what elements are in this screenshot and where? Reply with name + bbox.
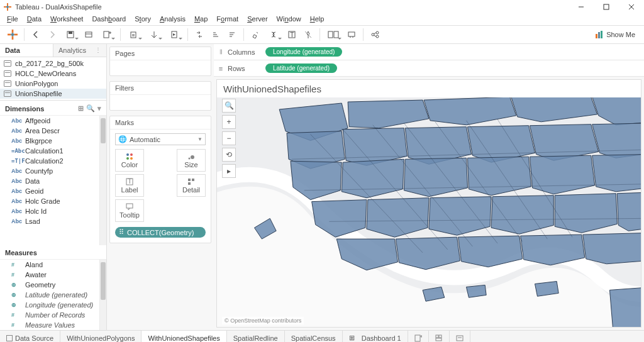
fit-button[interactable] xyxy=(324,27,343,42)
field-item[interactable]: #Aland xyxy=(0,260,99,270)
swap-button[interactable] xyxy=(192,27,207,42)
field-item[interactable]: AbcGeoid xyxy=(0,186,99,196)
analytics-tab[interactable]: Analytics⋮ xyxy=(53,44,106,57)
group-button[interactable] xyxy=(264,27,283,42)
zoom-out-button[interactable]: − xyxy=(222,131,236,145)
datasource-item[interactable]: UnionPolygon xyxy=(0,79,106,89)
map-search-button[interactable]: 🔍 xyxy=(222,99,236,113)
svg-point-50 xyxy=(126,153,129,156)
new-worksheet-tab[interactable] xyxy=(408,331,429,342)
presentation-button[interactable] xyxy=(344,27,359,42)
new-datasource-button[interactable] xyxy=(81,27,96,42)
field-item[interactable]: ⊕Geometry xyxy=(0,280,99,290)
show-me-button[interactable]: Show Me xyxy=(591,30,639,39)
dashboard-tab[interactable]: ⊞ Dashboard 1 xyxy=(343,331,408,342)
menu-window[interactable]: Window xyxy=(272,15,306,23)
map-tools-button[interactable]: ▸ xyxy=(222,164,236,178)
minimize-button[interactable] xyxy=(569,0,594,14)
field-item[interactable]: #Awater xyxy=(0,270,99,280)
field-item[interactable]: =AbcCalculation1 xyxy=(0,146,99,156)
new-dashboard-tab[interactable] xyxy=(429,331,450,342)
zoom-in-button[interactable]: + xyxy=(222,115,236,129)
datasource-item[interactable]: UnionShapefile xyxy=(0,89,106,99)
save-button[interactable] xyxy=(61,27,80,42)
field-item[interactable]: AbcHolc Id xyxy=(0,206,99,216)
rows-pill[interactable]: Latitude (generated) xyxy=(265,63,337,73)
field-item[interactable]: AbcArea Descr xyxy=(0,126,99,136)
sheet-tab[interactable]: SpatialRedline xyxy=(227,331,285,342)
viz-title[interactable]: WithUnionedShapefiles xyxy=(223,84,321,94)
field-type-icon: Abc xyxy=(11,208,21,214)
back-button[interactable] xyxy=(28,27,43,42)
view-icon[interactable]: ⊞ xyxy=(78,104,84,113)
field-item[interactable]: AbcData xyxy=(0,176,99,186)
marks-detail-button[interactable]: Detail xyxy=(177,174,206,197)
svg-rect-23 xyxy=(131,32,136,38)
field-item[interactable]: #Number of Records xyxy=(0,310,99,320)
highlight-button[interactable] xyxy=(248,27,263,42)
tableau-icon[interactable] xyxy=(5,27,20,42)
svg-rect-18 xyxy=(86,32,92,37)
sort-desc-button[interactable] xyxy=(225,27,240,42)
menu-map[interactable]: Map xyxy=(190,15,212,23)
field-item[interactable]: AbcHolc Grade xyxy=(0,196,99,206)
tab-menu-icon[interactable]: ⋮ xyxy=(95,47,101,53)
rows-shelf[interactable]: ≡ Rows Latitude (generated) xyxy=(214,60,644,77)
text-button[interactable]: T xyxy=(284,27,299,42)
menu-worksheet[interactable]: Worksheet xyxy=(46,15,87,23)
field-item[interactable]: AbcLsad xyxy=(0,216,99,226)
zoom-home-button[interactable]: ⟲ xyxy=(222,148,236,162)
menu-help[interactable]: Help xyxy=(306,15,329,23)
forward-button[interactable] xyxy=(45,27,60,42)
dimensions-scrollbar[interactable] xyxy=(99,116,106,245)
autoupdate-button[interactable] xyxy=(145,27,164,42)
clear-button[interactable] xyxy=(125,27,143,42)
field-item[interactable]: =T|FCalculation2 xyxy=(0,156,99,166)
marks-tooltip-button[interactable]: Tooltip xyxy=(115,199,144,222)
marks-header: Marks xyxy=(110,116,211,130)
field-item[interactable]: ⊕Latitude (generated) xyxy=(0,290,99,300)
run-button[interactable] xyxy=(165,27,184,42)
datasource-item[interactable]: HOLC_NewOrleans xyxy=(0,69,106,79)
pin-button[interactable] xyxy=(301,27,316,42)
sheet-tab[interactable]: WithUnionedShapefiles xyxy=(142,331,226,342)
new-worksheet-button[interactable] xyxy=(97,27,116,42)
share-button[interactable] xyxy=(367,27,382,42)
svg-rect-59 xyxy=(192,179,194,181)
menu-icon[interactable]: ▾ xyxy=(97,104,101,113)
field-item[interactable]: #Measure Values xyxy=(0,320,99,330)
pages-card[interactable]: Pages xyxy=(109,47,211,76)
new-story-tab[interactable] xyxy=(450,331,470,342)
marks-label-button[interactable]: TLabel xyxy=(115,174,144,197)
field-item[interactable]: AbcBlkgrpce xyxy=(0,136,99,146)
menu-analysis[interactable]: Analysis xyxy=(155,15,190,23)
datasource-item[interactable]: cb_2017_22_bg_500k xyxy=(0,58,106,69)
marks-pill[interactable]: ⠿COLLECT(Geometry) xyxy=(115,227,206,238)
menu-server[interactable]: Server xyxy=(243,15,272,23)
columns-pill[interactable]: Longitude (generated) xyxy=(265,47,342,57)
field-item[interactable]: AbcAffgeoid xyxy=(0,116,99,126)
menu-format[interactable]: Format xyxy=(212,15,243,23)
menu-file[interactable]: File xyxy=(3,15,23,23)
field-type-icon: # xyxy=(11,272,21,278)
filters-card[interactable]: Filters xyxy=(109,81,211,111)
menu-data[interactable]: Data xyxy=(23,15,46,23)
sheet-tab[interactable]: WithUnionedPolygons xyxy=(60,331,142,342)
close-button[interactable] xyxy=(619,0,644,14)
field-item[interactable]: AbcCountyfp xyxy=(0,166,99,176)
menu-dashboard[interactable]: Dashboard xyxy=(87,15,130,23)
data-tab[interactable]: Data xyxy=(0,44,53,57)
columns-shelf[interactable]: ⦀ Columns Longitude (generated) xyxy=(214,44,644,60)
menu-story[interactable]: Story xyxy=(130,15,155,23)
sheet-tab[interactable]: SpatialCensus xyxy=(285,331,343,342)
search-icon[interactable]: 🔍 xyxy=(86,104,95,113)
field-item[interactable]: ⊕Longitude (generated) xyxy=(0,300,99,310)
map-viz[interactable]: WithUnionedShapefiles 🔍 + − ⟲ ▸ © OpenSt… xyxy=(216,79,641,328)
measures-scrollbar[interactable] xyxy=(99,260,106,330)
maximize-button[interactable] xyxy=(594,0,619,14)
marks-color-button[interactable]: Color xyxy=(115,149,144,172)
sort-asc-button[interactable] xyxy=(208,27,223,42)
marks-type-select[interactable]: 🌐 Automatic▼ xyxy=(115,133,206,145)
datasource-tab[interactable]: Data Source xyxy=(0,331,60,342)
marks-size-button[interactable]: Size xyxy=(177,149,206,172)
